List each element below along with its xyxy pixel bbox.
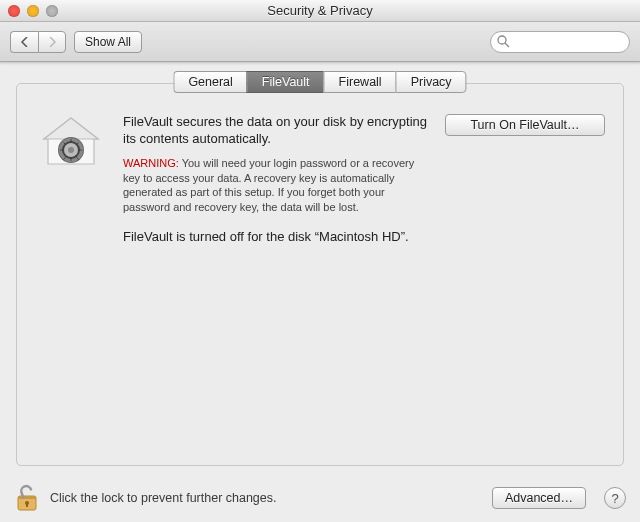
svg-point-0	[498, 36, 506, 44]
unlocked-lock-icon	[14, 483, 40, 513]
advanced-button[interactable]: Advanced…	[492, 487, 586, 509]
zoom-window-button[interactable]	[46, 5, 58, 17]
toolbar: Show All	[0, 22, 640, 62]
question-mark-icon: ?	[611, 491, 618, 506]
svg-line-1	[505, 43, 509, 47]
help-button[interactable]: ?	[604, 487, 626, 509]
svg-rect-16	[18, 496, 36, 499]
turn-on-filevault-button[interactable]: Turn On FileVault…	[445, 114, 605, 136]
chevron-right-icon	[47, 37, 57, 47]
tab-privacy[interactable]: Privacy	[396, 71, 467, 93]
tab-firewall[interactable]: Firewall	[324, 71, 396, 93]
filevault-status: FileVault is turned off for the disk “Ma…	[123, 229, 429, 244]
filevault-heading: FileVault secures the data on your disk …	[123, 114, 429, 148]
filevault-panel: FileVault secures the data on your disk …	[16, 83, 624, 466]
close-window-button[interactable]	[8, 5, 20, 17]
chevron-left-icon	[20, 37, 30, 47]
tab-filevault[interactable]: FileVault	[247, 71, 324, 93]
search-icon	[496, 34, 510, 48]
footer: Click the lock to prevent further change…	[0, 474, 640, 522]
svg-point-6	[68, 147, 74, 153]
back-button[interactable]	[10, 31, 38, 53]
window-title: Security & Privacy	[0, 3, 640, 18]
filevault-warning: WARNING: You will need your login passwo…	[123, 156, 429, 215]
nav-segmented	[10, 31, 66, 53]
warning-label: WARNING:	[123, 157, 179, 169]
window-controls	[8, 5, 58, 17]
search-input[interactable]	[490, 31, 630, 53]
tab-bar: General FileVault Firewall Privacy	[173, 71, 466, 93]
minimize-window-button[interactable]	[27, 5, 39, 17]
forward-button[interactable]	[38, 31, 66, 53]
filevault-house-icon	[35, 114, 107, 244]
lock-button[interactable]	[14, 483, 40, 513]
svg-rect-18	[26, 503, 28, 507]
window-titlebar: Security & Privacy	[0, 0, 640, 22]
tab-general[interactable]: General	[173, 71, 246, 93]
lock-description: Click the lock to prevent further change…	[50, 491, 482, 505]
show-all-button[interactable]: Show All	[74, 31, 142, 53]
search-field-wrapper	[490, 31, 630, 53]
